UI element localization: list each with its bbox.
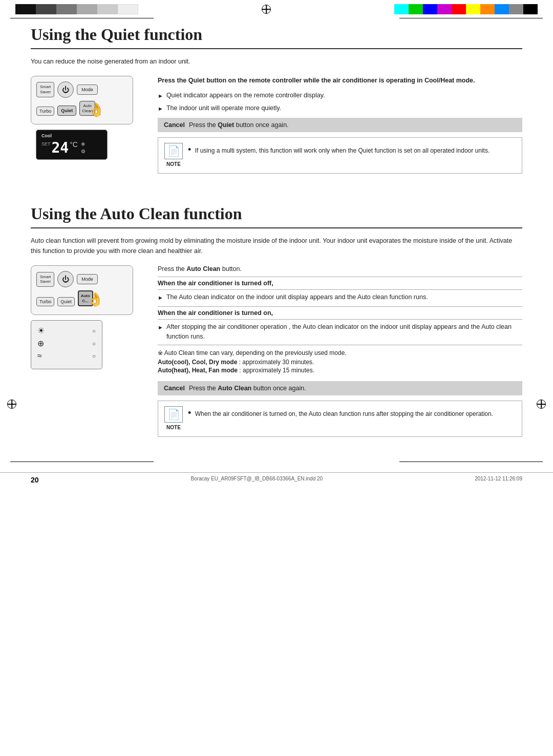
reg-mark-top-center <box>262 5 271 14</box>
quiet-bullet-1: ► Quiet indicator appears on the remote … <box>158 91 522 100</box>
autoclean-cancel-box: Cancel Press the Auto Clean button once … <box>158 381 522 395</box>
autoclean-on-bullet: ► After stopping the air conditioner ope… <box>158 322 522 342</box>
degree-symbol: °C <box>70 140 78 149</box>
auto-cool-text: Auto(cool), Cool, Dry mode : approximate… <box>158 359 522 366</box>
hand-pressing-auto-icon: 👌 <box>87 291 103 307</box>
mode-btn-2[interactable]: Mode <box>77 274 98 284</box>
note-doc-icon-2: 📄 <box>164 406 183 423</box>
bullet-arrow-icon: ► <box>158 92 163 100</box>
section-quiet-title: Using the Quiet function <box>31 25 522 49</box>
turbo-btn-2[interactable]: Turbo <box>36 297 54 306</box>
page-number: 20 <box>31 476 39 484</box>
bullet-arrow-icon-3: ► <box>158 293 163 302</box>
autoclean-remote-illustration: SmartSaver ⏻ Mode Turbo Quiet AutoC... 👌 <box>31 265 143 442</box>
note-doc-icon: 📄 <box>164 143 183 159</box>
sun-icon: ☀ <box>37 326 45 335</box>
section-autoclean-title: Using the Auto Clean function <box>31 204 522 228</box>
cancel-label: Cancel <box>164 121 185 129</box>
quiet-bullet-2: ► The indoor unit will operate more quie… <box>158 103 522 113</box>
quiet-instructions: Press the Quiet button on the remote con… <box>158 76 522 179</box>
power-btn-2[interactable]: ⏻ <box>57 271 74 287</box>
indicator-dot-2: ○ <box>92 341 96 347</box>
quiet-remote-illustration: SmartSaver ⏻ Mode Turbo Quiet AutoClean … <box>31 76 143 179</box>
mode-btn[interactable]: Mode <box>77 85 98 95</box>
footer-file: Boracay EU_AR09FSFT@_IB_DB68-03366A_EN.i… <box>191 476 323 484</box>
smart-saver-btn[interactable]: SmartSaver <box>36 82 54 97</box>
section-quiet: Using the Quiet function You can reduce … <box>31 25 522 179</box>
cancel-text-2: Press the Auto Clean button once again. <box>189 385 306 392</box>
autoclean-instructions: Press the Auto Clean button. When the ai… <box>158 265 522 442</box>
quiet-cancel-box: Cancel Press the Quiet button once again… <box>158 118 522 132</box>
quiet-note-box: 📄 NOTE • If using a multi system, this f… <box>158 137 522 174</box>
reg-mark-right <box>537 400 546 409</box>
hand-pressing-quiet-icon: 👌 <box>88 102 104 118</box>
quiet-display: Cool SET 24 °C ❄ ⚙ <box>36 130 108 160</box>
bullet-dot-2: • <box>188 408 191 418</box>
note-label-2: NOTE <box>166 424 181 431</box>
autoclean-note-box: 📄 NOTE • When the air conditioner is tur… <box>158 401 522 437</box>
footer-date: 2012-11-12 11:26:09 <box>475 476 522 484</box>
smart-saver-btn-2[interactable]: SmartSaver <box>36 272 54 287</box>
press-autoclean-label: Press the Auto Clean button. <box>158 265 522 272</box>
cancel-label-2: Cancel <box>164 385 185 392</box>
quiet-btn-2[interactable]: Quiet <box>57 297 75 306</box>
section-autoclean-intro: Auto clean function will prevent from gr… <box>31 236 522 256</box>
note-label: NOTE <box>166 160 181 168</box>
bullet-dot: • <box>188 144 191 155</box>
power-btn[interactable]: ⏻ <box>57 81 74 98</box>
section-auto-clean: Using the Auto Clean function Auto clean… <box>31 204 522 442</box>
quiet-note-content: • If using a multi system, this function… <box>188 143 516 168</box>
bullet-arrow-icon-2: ► <box>158 104 163 113</box>
autoclean-note-content: • When the air conditioner is turned on,… <box>188 406 516 431</box>
wave-icon: ≈ <box>37 351 42 361</box>
autoclean-display-panel: ☀ ○ ⊕ ○ ≈ ○ <box>31 320 102 369</box>
when-off-header: When the air conditioner is turned off, <box>158 277 522 290</box>
temp-value: 24 <box>52 139 69 156</box>
reg-mark-left <box>7 400 16 409</box>
quiet-btn[interactable]: Quiet <box>57 106 76 116</box>
cancel-text: Press the Quiet button once again. <box>189 121 289 129</box>
section-quiet-intro: You can reduce the noise generated from … <box>31 56 522 67</box>
indicator-dot-1: ○ <box>92 328 96 334</box>
snowflake-icon: ❄ <box>81 141 86 147</box>
plus-icon: ⊕ <box>37 339 44 348</box>
cool-label: Cool <box>41 133 102 138</box>
when-on-header: When the air conditioner is turned on, <box>158 306 522 320</box>
autoclean-off-bullet: ► The Auto clean indicator on the indoor… <box>158 292 522 302</box>
set-label: SET <box>41 141 51 146</box>
fan-icon: ⚙ <box>81 149 86 154</box>
indicator-dot-3: ○ <box>92 353 96 359</box>
quiet-instruction-bold: Press the Quiet button on the remote con… <box>158 76 522 86</box>
page-footer: 20 Boracay EU_AR09FSFT@_IB_DB68-03366A_E… <box>0 472 553 487</box>
auto-heat-text: Auto(heat), Heat, Fan mode : approximate… <box>158 367 522 374</box>
bullet-arrow-icon-4: ► <box>158 323 163 332</box>
turbo-btn[interactable]: Turbo <box>36 107 54 116</box>
note-times-text: ※ Auto Clean time can vary, depending on… <box>158 349 522 356</box>
